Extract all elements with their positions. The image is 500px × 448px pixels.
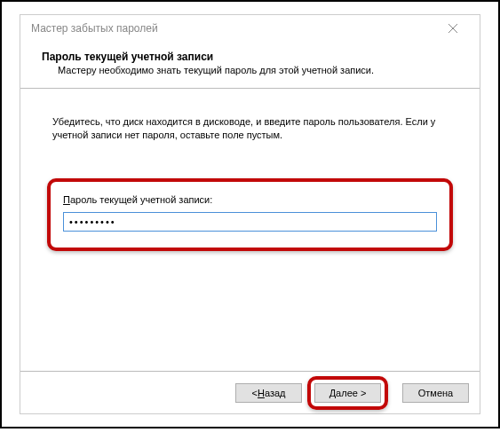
close-button[interactable] <box>435 16 471 41</box>
window-title: Мастер забытых паролей <box>31 22 158 35</box>
password-input[interactable] <box>63 212 437 232</box>
wizard-dialog: Мастер забытых паролей Пароль текущей уч… <box>20 14 480 414</box>
cancel-button[interactable]: Отмена <box>402 383 469 403</box>
password-section-highlight: Пароль текущей учетной записи: <box>47 178 453 251</box>
instruction-text: Убедитесь, что диск находится в дисковод… <box>47 115 453 143</box>
next-button-highlight: Далее > <box>307 376 388 410</box>
content-area: Убедитесь, что диск находится в дисковод… <box>20 89 480 371</box>
password-label: Пароль текущей учетной записи: <box>63 194 437 205</box>
titlebar: Мастер забытых паролей <box>20 15 480 42</box>
back-button[interactable]: < Назад <box>235 383 302 403</box>
page-subtitle: Мастеру необходимо знать текущий пароль … <box>42 65 458 75</box>
close-icon <box>448 24 457 33</box>
wizard-header: Пароль текущей учетной записи Мастеру не… <box>20 42 480 89</box>
next-button[interactable]: Далее > <box>314 383 381 403</box>
page-title: Пароль текущей учетной записи <box>42 51 458 63</box>
button-bar: < Назад Далее > Отмена <box>20 371 480 413</box>
screenshot-frame: Мастер забытых паролей Пароль текущей уч… <box>0 0 500 428</box>
